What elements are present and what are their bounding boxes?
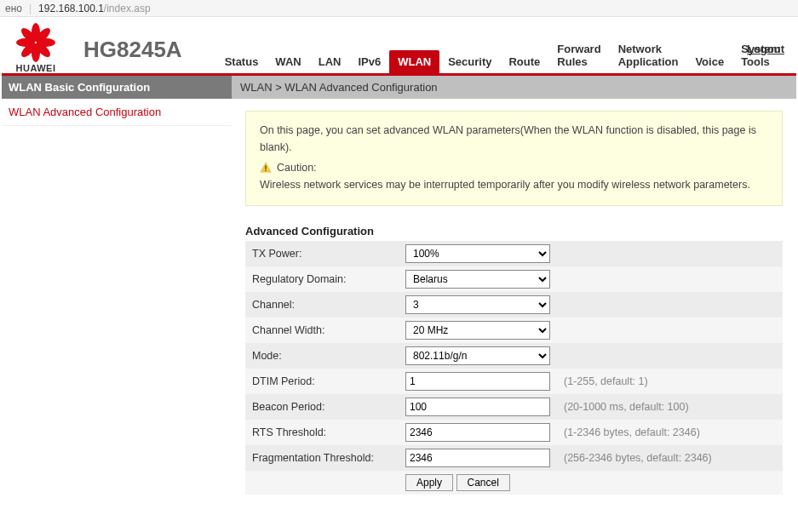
select-tx-power[interactable]: 100% <box>405 244 550 263</box>
nav-status[interactable]: Status <box>216 50 267 73</box>
nav-ipv6[interactable]: IPv6 <box>349 50 389 73</box>
label-beacon: Beacon Period: <box>245 394 399 420</box>
page-header: HUAWEI HG8245A Status WAN LAN IPv6 WLAN … <box>2 17 796 73</box>
logout-link[interactable]: Logout <box>747 43 784 55</box>
label-rts: RTS Threshold: <box>245 420 399 445</box>
notice-line2: Wireless network services may be interru… <box>260 176 768 193</box>
brand-label: HUAWEI <box>16 63 56 73</box>
label-reg-domain: Regulatory Domain: <box>245 266 399 292</box>
nav-forward[interactable]: Forward Rules <box>548 37 609 73</box>
input-dtim[interactable] <box>405 372 550 391</box>
nav-wan[interactable]: WAN <box>267 50 309 73</box>
input-rts[interactable] <box>405 423 550 442</box>
nav-lan[interactable]: LAN <box>310 50 350 73</box>
breadcrumb: WLAN > WLAN Advanced Configuration <box>232 76 796 99</box>
select-channel-width[interactable]: 20 MHz <box>405 321 550 340</box>
nav-netapp[interactable]: Network Application <box>610 37 687 73</box>
section-title: Advanced Configuration <box>245 225 783 237</box>
select-mode[interactable]: 802.11b/g/n <box>405 346 550 365</box>
apply-button[interactable]: Apply <box>405 474 453 491</box>
address-url[interactable]: 192.168.100.1/index.asp <box>38 3 150 14</box>
notice-line1: On this page, you can set advanced WLAN … <box>260 122 768 156</box>
model-title: HG8245A <box>83 37 182 63</box>
sidebar-header[interactable]: WLAN Basic Configuration <box>2 76 232 99</box>
label-dtim: DTIM Period: <box>245 369 399 394</box>
hint-beacon: (20-1000 ms, default: 100) <box>557 394 783 420</box>
hint-channel-width <box>557 317 783 343</box>
svg-rect-9 <box>265 165 266 169</box>
label-mode: Mode: <box>245 343 399 369</box>
label-channel-width: Channel Width: <box>245 317 399 343</box>
address-left-text: ено <box>5 3 22 14</box>
hint-dtim: (1-255, default: 1) <box>557 369 783 394</box>
sidebar: WLAN Basic Configuration WLAN Advanced C… <box>2 76 232 495</box>
hint-frag: (256-2346 bytes, default: 2346) <box>557 445 783 471</box>
label-tx-power: TX Power: <box>245 241 399 266</box>
brand-logo: HUAWEI <box>10 22 61 73</box>
label-frag: Fragmentation Threshold: <box>245 445 399 471</box>
caution-label: Caution: <box>277 159 317 176</box>
footer: Copyright © Huawei Technologies Co., Ltd… <box>2 529 796 532</box>
hint-channel <box>557 292 783 317</box>
select-channel[interactable]: 3 <box>405 295 550 314</box>
svg-rect-10 <box>265 170 266 171</box>
nav-route[interactable]: Route <box>500 50 548 73</box>
warning-icon <box>260 162 272 174</box>
hint-rts: (1-2346 bytes, default: 2346) <box>557 420 783 445</box>
input-beacon[interactable] <box>405 398 550 416</box>
hint-mode <box>557 343 783 369</box>
label-channel: Channel: <box>245 292 399 317</box>
select-reg-domain[interactable]: Belarus <box>405 270 550 289</box>
nav-wlan[interactable]: WLAN <box>389 50 439 73</box>
cancel-button[interactable]: Cancel <box>456 474 510 491</box>
notice-box: On this page, you can set advanced WLAN … <box>245 111 783 206</box>
config-form: TX Power: 100% Regulatory Domain: Belaru… <box>245 241 783 495</box>
address-separator: | <box>29 3 32 14</box>
nav-security[interactable]: Security <box>439 50 500 73</box>
input-frag[interactable] <box>405 449 550 467</box>
hint-tx-power <box>557 241 783 266</box>
huawei-flower-icon <box>10 22 61 63</box>
hint-reg-domain <box>557 266 783 292</box>
sidebar-item-advanced[interactable]: WLAN Advanced Configuration <box>2 99 232 126</box>
nav-voice[interactable]: Voice <box>686 50 732 73</box>
main-nav: Status WAN LAN IPv6 WLAN Security Route … <box>216 37 789 73</box>
browser-address-bar: ено | 192.168.100.1/index.asp <box>0 0 798 17</box>
